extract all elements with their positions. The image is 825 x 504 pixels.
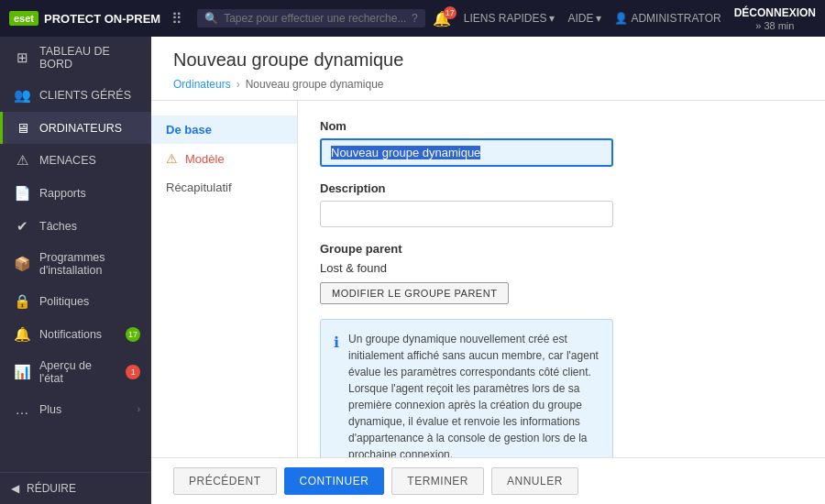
reduce-icon: ◀: [11, 482, 19, 495]
sidebar: ⊞ TABLEAU DE BORD 👥 CLIENTS GÉRÉS 🖥 ORDI…: [0, 37, 151, 504]
main-layout: ⊞ TABLEAU DE BORD 👥 CLIENTS GÉRÉS 🖥 ORDI…: [0, 37, 825, 504]
admin-label: ADMINISTRATOR: [631, 12, 720, 25]
user-icon: 👤: [614, 12, 628, 25]
wizard-footer: PRÉCÉDENT CONTINUER TERMINER ANNULER: [151, 457, 825, 504]
sidebar-label-clients-geres: CLIENTS GÉRÉS: [39, 89, 131, 102]
sidebar-item-menaces[interactable]: ⚠ MENACES: [0, 144, 151, 177]
admin-link[interactable]: 👤 ADMINISTRATOR: [614, 12, 720, 25]
notifications-icon: 🔔: [14, 326, 30, 343]
wizard-step-recapitulatif[interactable]: Récapitulatif: [151, 173, 297, 202]
groupe-parent-label: Groupe parent: [320, 242, 803, 256]
nom-input[interactable]: [320, 138, 613, 167]
grid-icon[interactable]: ⠿: [171, 10, 182, 27]
notification-bell[interactable]: 🔔 17: [433, 10, 451, 27]
sidebar-label-plus: Plus: [39, 403, 61, 416]
more-icon: …: [14, 401, 30, 417]
warning-icon: ⚠: [14, 152, 30, 169]
liens-rapides-label: LIENS RAPIDES: [464, 12, 547, 25]
topbar: eset PROTECT ON-PREM ⠿ 🔍 ? 🔔 17 LIENS RA…: [0, 0, 825, 37]
groupe-parent-value: Lost & found: [320, 261, 803, 275]
sidebar-item-programmes[interactable]: 📦 Programmes d'installation: [0, 243, 151, 285]
info-icon-1: ℹ: [334, 332, 339, 457]
step-de-base-label: De base: [166, 123, 212, 137]
sidebar-item-taches[interactable]: ✔ Tâches: [0, 210, 151, 243]
sidebar-item-clients-geres[interactable]: 👥 CLIENTS GÉRÉS: [0, 79, 151, 112]
sidebar-item-plus[interactable]: … Plus ›: [0, 393, 151, 425]
step-modele-label: Modèle: [185, 152, 225, 166]
breadcrumb-current: Nouveau groupe dynamique: [246, 78, 384, 91]
computer-icon: 🖥: [14, 120, 30, 136]
sidebar-item-rapports[interactable]: 📄 Rapports: [0, 177, 151, 210]
wizard-step-de-base[interactable]: De base: [151, 115, 297, 144]
app-name: PROTECT ON-PREM: [44, 12, 160, 26]
sidebar-label-politiques: Politiques: [39, 295, 89, 308]
info-box-1: ℹ Un groupe dynamique nouvellement créé …: [320, 319, 613, 457]
page-header: Nouveau groupe dynamique Ordinateurs › N…: [151, 37, 825, 101]
breadcrumb: Ordinateurs › Nouveau groupe dynamique: [173, 78, 803, 100]
deconnexion-label: DÉCONNEXION: [734, 6, 816, 19]
clients-icon: 👥: [14, 87, 30, 104]
apercu-badge: 1: [126, 365, 140, 379]
sidebar-label-taches: Tâches: [39, 220, 77, 233]
info-text-1: Un groupe dynamique nouvellement créé es…: [348, 331, 600, 457]
precedent-button[interactable]: PRÉCÉDENT: [173, 467, 277, 495]
aide-link[interactable]: AIDE ▾: [567, 12, 601, 25]
app-logo: eset PROTECT ON-PREM: [9, 11, 160, 26]
wizard-form-content: Nom Description Groupe parent Lost & fou…: [298, 101, 825, 457]
install-icon: 📦: [14, 256, 30, 272]
terminer-button[interactable]: TERMINER: [391, 467, 484, 495]
sidebar-label-programmes: Programmes d'installation: [39, 251, 140, 277]
aide-label: AIDE: [567, 12, 593, 25]
status-icon: 📊: [14, 364, 30, 380]
dashboard-icon: ⊞: [14, 49, 30, 66]
sidebar-reduce[interactable]: ◀ RÉDUIRE: [0, 472, 151, 504]
sidebar-item-tableau-de-bord[interactable]: ⊞ TABLEAU DE BORD: [0, 37, 151, 79]
deconnexion-sub: » 38 min: [755, 20, 794, 31]
sidebar-label-ordinateurs: ORDINATEURS: [39, 122, 122, 135]
breadcrumb-parent[interactable]: Ordinateurs: [173, 78, 231, 91]
sidebar-item-ordinateurs[interactable]: 🖥 ORDINATEURS: [0, 112, 151, 144]
tasks-icon: ✔: [14, 218, 30, 235]
nom-label: Nom: [320, 119, 803, 133]
notif-badge: 17: [444, 6, 456, 19]
sidebar-label-tableau-de-bord: TABLEAU DE BORD: [39, 45, 140, 71]
aide-chevron-icon: ▾: [596, 12, 601, 25]
deconnexion-button[interactable]: DÉCONNEXION » 38 min: [734, 6, 816, 31]
reports-icon: 📄: [14, 185, 30, 202]
warning-triangle-icon: ⚠: [166, 151, 178, 166]
sidebar-label-notifications: Notifications: [39, 328, 102, 341]
liens-rapides-link[interactable]: LIENS RAPIDES ▾: [464, 12, 556, 25]
sidebar-item-apercu[interactable]: 📊 Aperçu de l'état 1: [0, 351, 151, 393]
chevron-down-icon: ▾: [549, 12, 555, 25]
sidebar-label-rapports: Rapports: [39, 187, 86, 200]
search-help-icon[interactable]: ?: [412, 12, 418, 25]
topbar-right: 🔔 17 LIENS RAPIDES ▾ AIDE ▾ 👤 ADMINISTRA…: [433, 6, 816, 31]
search-input[interactable]: [224, 12, 406, 25]
chevron-right-icon: ›: [138, 404, 140, 414]
sidebar-item-politiques[interactable]: 🔒 Politiques: [0, 285, 151, 318]
search-bar[interactable]: 🔍 ?: [197, 9, 425, 27]
wizard-body: De base ⚠ Modèle Récapitulatif Nom Descr…: [151, 101, 825, 457]
wizard-nav: De base ⚠ Modèle Récapitulatif: [151, 101, 298, 457]
page-title: Nouveau groupe dynamique: [173, 49, 803, 71]
breadcrumb-separator: ›: [236, 78, 240, 91]
sidebar-item-notifications[interactable]: 🔔 Notifications 17: [0, 318, 151, 351]
reduce-label: RÉDUIRE: [27, 482, 76, 495]
policy-icon: 🔒: [14, 293, 30, 310]
search-icon: 🔍: [204, 12, 218, 25]
sidebar-label-menaces: MENACES: [39, 154, 96, 167]
wizard-step-modele[interactable]: ⚠ Modèle: [151, 144, 297, 173]
sidebar-label-apercu: Aperçu de l'état: [39, 359, 116, 385]
description-label: Description: [320, 181, 803, 195]
step-recapitulatif-label: Récapitulatif: [166, 181, 232, 194]
eset-logo: eset: [9, 11, 38, 26]
continuer-button[interactable]: CONTINUER: [284, 467, 385, 495]
modify-parent-button[interactable]: MODIFIER LE GROUPE PARENT: [320, 282, 509, 304]
notifications-badge: 17: [126, 327, 140, 342]
annuler-button[interactable]: ANNULER: [491, 467, 578, 495]
content-area: Nouveau groupe dynamique Ordinateurs › N…: [151, 37, 825, 504]
description-input[interactable]: [320, 201, 613, 227]
